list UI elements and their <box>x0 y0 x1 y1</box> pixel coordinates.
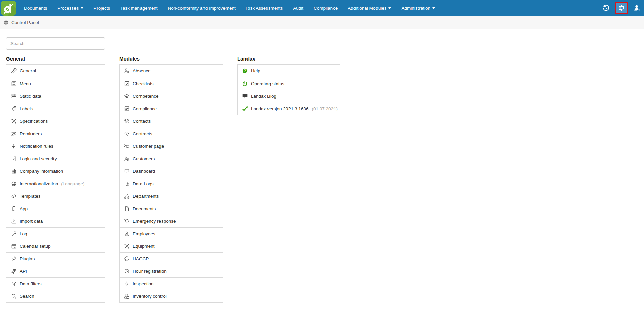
nav-item-risk-assessments[interactable]: Risk Assessments <box>241 0 288 16</box>
crosshair-icon <box>124 281 130 287</box>
list-item-customer-page[interactable]: Customer page <box>120 140 223 152</box>
list-item-log[interactable]: Log <box>6 227 105 240</box>
list-item-api[interactable]: API <box>6 265 105 277</box>
speech-bubble-icon <box>242 93 248 99</box>
general-list: General Menu Static data Labels Specific… <box>6 64 105 303</box>
list-item-data-filters[interactable]: Data filters <box>6 277 105 290</box>
section-modules: Modules Absence Checklists Competence Co… <box>119 50 223 303</box>
check-icon <box>242 106 248 112</box>
list-item-menu[interactable]: Menu <box>6 77 105 90</box>
user-icon[interactable] <box>632 4 641 13</box>
menu-icon <box>11 81 17 87</box>
list-item-internationalization[interactable]: Internationalization (Language) <box>6 177 105 190</box>
list-item-inspection[interactable]: Inspection <box>120 277 223 290</box>
list-item-import-data[interactable]: Import data <box>6 215 105 227</box>
api-network-icon <box>11 268 17 274</box>
nav-item-processes[interactable]: Processes <box>52 0 88 16</box>
search-input[interactable] <box>6 37 105 50</box>
main-menu: Documents Processes Projects Task manage… <box>19 0 440 16</box>
landax-logo[interactable] <box>1 1 16 16</box>
doc-lines-icon <box>124 106 130 112</box>
list-item-notification-rules[interactable]: Notification rules <box>6 140 105 152</box>
page-icon <box>124 206 130 212</box>
monitor-icon <box>124 168 130 174</box>
list-item-haccp[interactable]: HACCP <box>120 252 223 265</box>
crossed-tools-icon <box>11 118 17 124</box>
chevron-down-icon <box>388 7 391 9</box>
clock-icon <box>124 268 130 274</box>
modules-list: Absence Checklists Competence Compliance… <box>119 64 223 303</box>
section-general: General General Menu Static data Labels … <box>6 50 105 303</box>
gear-icon <box>3 20 9 25</box>
key-icon <box>11 231 17 237</box>
list-item-inventory-control[interactable]: Inventory control <box>120 290 223 302</box>
funnel-icon <box>11 281 17 287</box>
person-x-icon <box>124 68 130 74</box>
list-item-login-and-security[interactable]: Login and security <box>6 152 105 165</box>
list-item-labels[interactable]: Labels <box>6 102 105 115</box>
list-item-landax-versjon-2021-3-1636[interactable]: Landax versjon 2021.3.1636 (01.07.2021) <box>238 102 340 115</box>
list-item-landax-blog[interactable]: Landax Blog <box>238 90 340 102</box>
list-item-calendar-setup[interactable]: Calendar setup <box>6 240 105 252</box>
list-item-company-information[interactable]: Company information <box>6 165 105 177</box>
list-item-equipment[interactable]: Equipment <box>120 240 223 252</box>
list-item-operating-status[interactable]: Operating status <box>238 77 340 90</box>
calendar-icon <box>11 243 17 249</box>
list-item-dashboard[interactable]: Dashboard <box>120 165 223 177</box>
import-icon <box>11 218 17 224</box>
list-item-plugins[interactable]: Plugins <box>6 252 105 265</box>
list-item-customers[interactable]: Customers <box>120 152 223 165</box>
breadcrumb: Control Panel <box>0 16 644 29</box>
login-arrow-icon <box>11 156 17 162</box>
list-item-checklists[interactable]: Checklists <box>120 77 223 90</box>
clock-page-icon <box>124 181 130 187</box>
list-item-hour-registration[interactable]: Hour registration <box>120 265 223 277</box>
handshake-icon <box>124 131 130 137</box>
list-item-documents[interactable]: Documents <box>120 202 223 215</box>
section-title: Modules <box>119 56 223 62</box>
nav-item-projects[interactable]: Projects <box>88 0 115 16</box>
list-item-app[interactable]: App <box>6 202 105 215</box>
section-title: General <box>6 56 105 62</box>
list-item-competence[interactable]: Competence <box>120 90 223 102</box>
list-item-data-logs[interactable]: Data Logs <box>120 177 223 190</box>
nav-item-administration[interactable]: Administration <box>396 0 440 16</box>
phone-person-icon <box>124 118 130 124</box>
nav-item-non-conformity-and-improvement[interactable]: Non-conformity and Improvement <box>163 0 240 16</box>
list-item-contacts[interactable]: Contacts <box>120 115 223 127</box>
nav-item-task-management[interactable]: Task management <box>115 0 163 16</box>
list-item-reminders[interactable]: Reminders <box>6 127 105 140</box>
history-icon[interactable] <box>602 4 610 13</box>
list-item-help[interactable]: ? Help <box>238 65 340 77</box>
top-navbar: Documents Processes Projects Task manage… <box>0 0 644 16</box>
person-building-icon <box>124 156 130 162</box>
nav-item-documents[interactable]: Documents <box>19 0 52 16</box>
list-item-general[interactable]: General <box>6 65 105 77</box>
list-item-emergency-response[interactable]: Emergency response <box>120 215 223 227</box>
list-item-contracts[interactable]: Contracts <box>120 127 223 140</box>
page-title: Control Panel <box>11 20 39 25</box>
list-item-employees[interactable]: Employees <box>120 227 223 240</box>
list-item-search[interactable]: Search <box>6 290 105 302</box>
list-item-departments[interactable]: Departments <box>120 190 223 202</box>
help-circle-icon: ? <box>242 68 248 74</box>
chevron-down-icon <box>432 7 435 9</box>
envelope-bell-icon <box>11 131 17 137</box>
nav-item-audit[interactable]: Audit <box>288 0 308 16</box>
landax-list: ? Help Operating status Landax Blog Land… <box>237 64 340 115</box>
navbar-right-icons <box>602 2 644 14</box>
list-item-static-data[interactable]: Static data <box>6 90 105 102</box>
control-panel-content: General General Menu Static data Labels … <box>0 29 644 303</box>
mobile-icon <box>11 206 17 212</box>
list-item-templates[interactable]: Templates <box>6 190 105 202</box>
wrench-icon <box>11 68 17 74</box>
nav-item-compliance[interactable]: Compliance <box>308 0 343 16</box>
list-item-absence[interactable]: Absence <box>120 65 223 77</box>
alarm-bell-icon <box>124 218 130 224</box>
list-item-compliance[interactable]: Compliance <box>120 102 223 115</box>
chevron-down-icon <box>81 7 83 9</box>
list-item-specifications[interactable]: Specifications <box>6 115 105 127</box>
nav-item-additional-modules[interactable]: Additional Modules <box>343 0 396 16</box>
click-annotation-box <box>615 2 628 14</box>
settings-gear-icon[interactable] <box>617 4 626 13</box>
